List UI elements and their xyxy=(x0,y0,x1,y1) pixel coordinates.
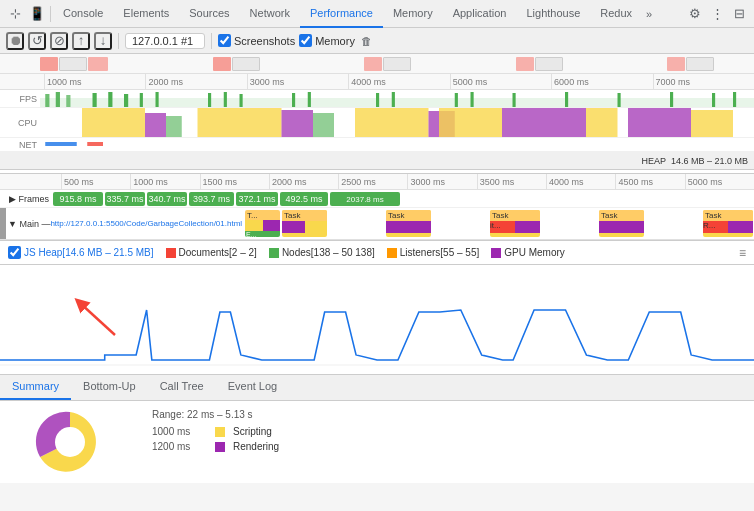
frame-block-6[interactable]: 492.5 ms xyxy=(280,192,328,206)
frame-ruler-2500: 2500 ms xyxy=(338,174,407,189)
frame-ruler-500: 500 ms xyxy=(61,174,130,189)
tab-redux[interactable]: Redux xyxy=(590,0,642,28)
tab-network[interactable]: Network xyxy=(240,0,300,28)
tab-summary[interactable]: Summary xyxy=(0,374,71,400)
svg-rect-20 xyxy=(618,93,621,107)
memory-checkbox-label[interactable]: Memory xyxy=(299,34,355,47)
screenshot-thumb xyxy=(59,57,87,71)
frame-block-7[interactable]: 2037.8 ms xyxy=(330,192,400,206)
legend-gpu: GPU Memory xyxy=(491,247,565,258)
svg-rect-4 xyxy=(93,93,97,107)
dock-icon[interactable]: ⊟ xyxy=(728,3,750,25)
clear-button[interactable]: 🗑 xyxy=(361,35,372,47)
toolbar-sep-2 xyxy=(211,33,212,49)
frame-block-1[interactable]: 915.8 ms xyxy=(53,192,103,206)
main-content: T... E... Task Task xyxy=(244,208,754,239)
more-icon[interactable]: ⋮ xyxy=(706,3,728,25)
nodes-label: Nodes[138 – 50 138] xyxy=(282,247,375,258)
screenshot-thumb xyxy=(383,57,411,71)
tab-application[interactable]: Application xyxy=(443,0,517,28)
legend-nodes: Nodes[138 – 50 138] xyxy=(269,247,375,258)
rendering-label: Rendering xyxy=(233,441,279,452)
tab-elements[interactable]: Elements xyxy=(113,0,179,28)
tab-sources[interactable]: Sources xyxy=(179,0,239,28)
ruler-mark-6000: 6000 ms xyxy=(551,74,652,89)
net-label: NET xyxy=(0,138,40,151)
memory-checkbox[interactable] xyxy=(299,34,312,47)
task-sub-4: it... xyxy=(490,221,540,233)
tab-lighthouse[interactable]: Lighthouse xyxy=(516,0,590,28)
tab-overflow[interactable]: » xyxy=(642,8,656,20)
export-button[interactable]: ↓ xyxy=(94,32,112,50)
task-block-6[interactable]: Task R... xyxy=(703,210,753,237)
nodes-color xyxy=(269,248,279,258)
frame-block-2[interactable]: 335.7 ms xyxy=(105,192,145,206)
tab-bottom-up[interactable]: Bottom-Up xyxy=(71,374,148,400)
stop-button[interactable]: ⊘ xyxy=(50,32,68,50)
legend-documents: Documents[2 – 2] xyxy=(166,247,257,258)
devtools-device-icon[interactable]: 📱 xyxy=(26,3,48,25)
task-block-4[interactable]: Task it... xyxy=(490,210,540,237)
svg-rect-22 xyxy=(712,93,715,107)
record-button[interactable]: ⏺ xyxy=(6,32,24,50)
task-sub-e: E... xyxy=(245,231,280,237)
task-sub-r5 xyxy=(599,221,644,233)
red-arrow-annotation xyxy=(70,295,120,347)
ruler-mark-2000: 2000 ms xyxy=(145,74,246,89)
svg-rect-38 xyxy=(87,142,103,146)
task-block-3[interactable]: Task xyxy=(386,210,431,237)
tab-call-tree[interactable]: Call Tree xyxy=(148,374,216,400)
frame-block-3[interactable]: 340.7 ms xyxy=(147,192,187,206)
legend-more-button[interactable]: ≡ xyxy=(739,246,746,260)
settings-icon[interactable]: ⚙ xyxy=(684,3,706,25)
tab-console[interactable]: Console xyxy=(53,0,113,28)
gpu-label: GPU Memory xyxy=(504,247,565,258)
screenshots-checkbox-label[interactable]: Screenshots xyxy=(218,34,295,47)
svg-line-40 xyxy=(80,303,115,335)
tab-memory[interactable]: Memory xyxy=(383,0,443,28)
svg-rect-21 xyxy=(670,92,673,107)
tab-event-log[interactable]: Event Log xyxy=(216,374,290,400)
toolbar-sep-1 xyxy=(118,33,119,49)
svg-rect-23 xyxy=(733,92,736,107)
screenshot-thumb xyxy=(364,57,382,71)
gpu-color xyxy=(491,248,501,258)
task-block-1[interactable]: T... E... xyxy=(245,210,280,237)
frames-row: ▶ Frames 915.8 ms 335.7 ms 340.7 ms 393.… xyxy=(0,190,754,208)
task-sub-r6: R... xyxy=(703,221,728,233)
bottom-tabs: Summary Bottom-Up Call Tree Event Log xyxy=(0,375,754,401)
ruler-mark-4000: 4000 ms xyxy=(348,74,449,89)
ruler-mark-3000: 3000 ms xyxy=(247,74,348,89)
svg-rect-29 xyxy=(313,113,334,137)
cpu-label: CPU xyxy=(0,108,40,137)
reload-record-button[interactable]: ↺ xyxy=(28,32,46,50)
url-display: 127.0.0.1 #1 xyxy=(125,33,205,49)
task-block-5[interactable]: Task xyxy=(599,210,644,237)
task-block-2[interactable]: Task xyxy=(282,210,327,237)
svg-rect-10 xyxy=(224,92,227,107)
js-heap-checkbox[interactable] xyxy=(8,246,21,259)
frame-block-5[interactable]: 372.1 ms xyxy=(236,192,278,206)
frame-ruler-4000: 4000 ms xyxy=(546,174,615,189)
memory-legend: JS Heap[14.6 MB – 21.5 MB] Documents[2 –… xyxy=(0,241,754,265)
svg-rect-1 xyxy=(45,94,49,107)
svg-rect-35 xyxy=(628,108,691,137)
devtools-tab-bar: ⊹ 📱 Console Elements Sources Network Per… xyxy=(0,0,754,28)
frame-ruler-2000: 2000 ms xyxy=(269,174,338,189)
net-chart xyxy=(40,138,754,151)
summary-donut-chart xyxy=(25,402,115,482)
summary-panel: Range: 22 ms – 5.13 s 1000 ms Scripting … xyxy=(0,401,754,483)
devtools-inspect-icon[interactable]: ⊹ xyxy=(4,3,26,25)
task-label-6: Task xyxy=(703,210,753,221)
frames-expand-button[interactable]: ▶ Frames xyxy=(6,194,52,204)
listeners-label: Listeners[55 – 55] xyxy=(400,247,480,258)
frame-ruler-3000: 3000 ms xyxy=(407,174,476,189)
svg-rect-18 xyxy=(513,93,516,107)
main-expand-button[interactable]: ▼ Main — http://127.0.0.1:5500/Code/Garb… xyxy=(6,208,244,239)
tab-performance[interactable]: Performance xyxy=(300,0,383,28)
import-button[interactable]: ↑ xyxy=(72,32,90,50)
frame-block-4[interactable]: 393.7 ms xyxy=(189,192,234,206)
screenshots-checkbox[interactable] xyxy=(218,34,231,47)
task-sub-1 xyxy=(245,220,280,231)
frames-ruler: 500 ms 1000 ms 1500 ms 2000 ms 2500 ms 3… xyxy=(0,174,754,190)
